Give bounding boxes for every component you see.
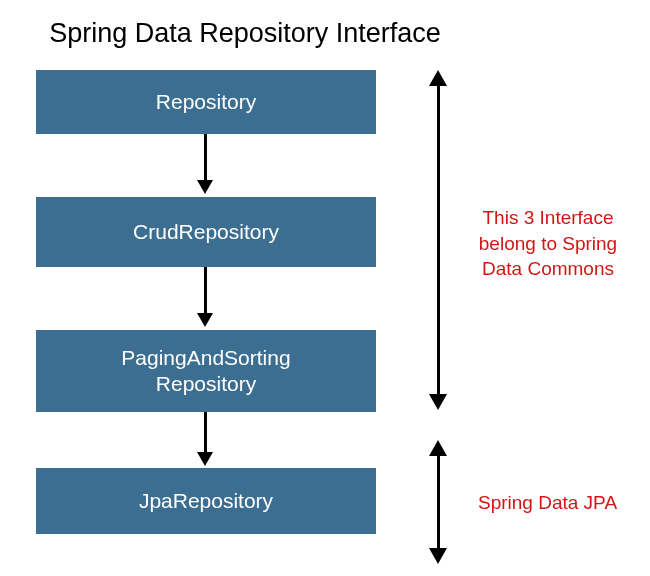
box-paging-repository: PagingAndSortingRepository <box>36 330 376 412</box>
box-jpa-repository: JpaRepository <box>36 468 376 534</box>
arrow-paging-to-jpa <box>201 412 209 466</box>
arrow-repo-to-crud <box>201 134 209 194</box>
arrow-crud-to-paging <box>201 267 209 327</box>
bracket-commons <box>429 70 447 410</box>
box-crud-repository: CrudRepository <box>36 197 376 267</box>
box-paging-label: PagingAndSortingRepository <box>121 345 290 398</box>
annotation-commons: This 3 Interface belong to Spring Data C… <box>463 205 633 282</box>
box-jpa-label: JpaRepository <box>139 488 273 514</box>
annotation-jpa: Spring Data JPA <box>478 490 617 516</box>
box-repository: Repository <box>36 70 376 134</box>
bracket-jpa <box>429 440 447 564</box>
box-crud-label: CrudRepository <box>133 219 279 245</box>
diagram-title: Spring Data Repository Interface <box>0 18 490 49</box>
box-repository-label: Repository <box>156 89 256 115</box>
